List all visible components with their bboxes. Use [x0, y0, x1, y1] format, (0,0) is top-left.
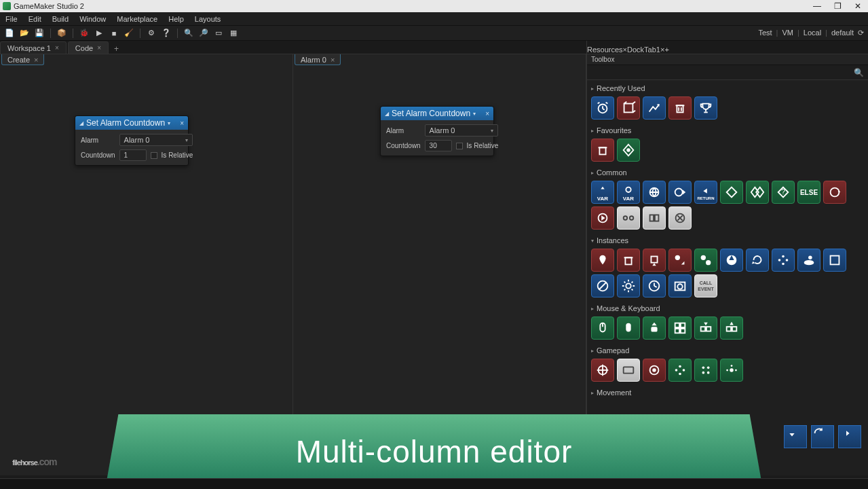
if-else-icon[interactable] — [746, 181, 769, 204]
editor-column-2[interactable]: Alarm 0× ◢ Set Alarm Countdown ▾ × Alarm… — [293, 54, 586, 475]
event-tab-create[interactable]: Create× — [1, 54, 44, 65]
menu-edit[interactable]: Edit — [29, 15, 41, 23]
close-icon[interactable]: × — [34, 56, 38, 64]
down-arrow-icon[interactable] — [784, 425, 807, 448]
add-tab-button[interactable]: + — [110, 44, 123, 54]
menu-window[interactable]: Window — [79, 15, 106, 23]
loop-icon[interactable] — [823, 181, 846, 204]
stick-icon[interactable] — [720, 359, 743, 382]
if-icon[interactable] — [720, 181, 743, 204]
destroy-icon[interactable] — [591, 139, 614, 162]
section-header-instances[interactable]: ▾Instances — [590, 235, 865, 246]
redo-icon[interactable] — [811, 425, 834, 448]
tab-code[interactable]: Code× — [68, 41, 109, 54]
collapse-icon[interactable]: ◢ — [79, 120, 83, 126]
wrap-icon[interactable] — [720, 249, 743, 272]
menu-layouts[interactable]: Layouts — [195, 15, 221, 23]
add-tab-button[interactable]: + — [664, 46, 668, 54]
scatter-icon[interactable] — [772, 249, 795, 272]
search-icon[interactable]: 🔍 — [854, 68, 864, 77]
mouse-click-icon[interactable] — [617, 316, 640, 340]
stop-icon[interactable]: ■ — [109, 28, 119, 39]
sync-icon[interactable]: ⟳ — [858, 29, 864, 37]
node-set-alarm-countdown[interactable]: ◢ Set Alarm Countdown ▾ × Alarm Alarm 0▾… — [75, 115, 189, 166]
global-set-icon[interactable] — [668, 181, 692, 204]
zoom-out-icon[interactable]: 🔍 — [183, 28, 194, 39]
status-local[interactable]: Local — [804, 29, 821, 37]
zoom-in-icon[interactable]: 🔎 — [198, 28, 209, 39]
instance-exists-icon[interactable] — [694, 249, 717, 272]
create-instance-icon[interactable] — [591, 249, 614, 272]
dpad-icon[interactable] — [668, 359, 692, 382]
save-icon[interactable]: 💾 — [34, 28, 45, 39]
section-header-common[interactable]: ▸Common — [590, 167, 865, 178]
bounce-icon[interactable] — [797, 249, 820, 272]
tab-docktab1[interactable]: DockTab1× — [627, 46, 664, 54]
target-icon[interactable] — [643, 359, 666, 382]
branch-icon[interactable] — [643, 96, 666, 120]
call-event-icon[interactable]: CALL EVENT — [694, 274, 717, 297]
grid-icon[interactable] — [668, 316, 692, 340]
close-icon[interactable]: × — [97, 44, 101, 52]
crosshair-icon[interactable] — [591, 359, 614, 382]
countdown-value[interactable]: 30 — [425, 140, 452, 151]
editor-column-1[interactable]: Create× ◢ Set Alarm Countdown ▾ × Alarm … — [0, 54, 293, 475]
menu-marketplace[interactable]: Marketplace — [117, 15, 157, 23]
run-icon[interactable]: ▶ — [94, 28, 105, 39]
open-icon[interactable]: 📂 — [19, 28, 30, 39]
menu-build[interactable]: Build — [52, 15, 69, 23]
global-var-icon[interactable] — [643, 181, 666, 204]
create-instance-icon[interactable] — [617, 139, 640, 162]
close-icon[interactable]: × — [485, 110, 489, 117]
alarm-icon[interactable] — [591, 96, 614, 120]
dropdown-icon[interactable]: ▾ — [168, 120, 170, 126]
trophy-icon[interactable] — [694, 96, 717, 120]
menu-file[interactable]: File — [5, 15, 18, 23]
debug-icon[interactable]: 🐞 — [79, 28, 90, 39]
destroy-at-icon[interactable] — [643, 249, 666, 272]
grid-icon[interactable]: ▦ — [228, 28, 239, 39]
set-var-icon[interactable]: VAR — [591, 181, 614, 204]
exit-icon[interactable] — [668, 206, 692, 230]
clean-icon[interactable]: 🧹 — [124, 28, 134, 39]
maximize-button[interactable]: ❐ — [827, 0, 848, 12]
destroy-icon[interactable] — [668, 96, 692, 120]
tab-resources[interactable]: Resources× — [587, 46, 627, 54]
close-icon[interactable]: × — [55, 44, 59, 52]
section-header-favourites[interactable]: ▸Favourites — [590, 125, 865, 136]
node-set-alarm-countdown[interactable]: ◢ Set Alarm Countdown ▾ × Alarm Alarm 0▾… — [380, 106, 494, 156]
get-var-icon[interactable]: VAR — [617, 181, 640, 204]
countdown-value[interactable]: 1 — [119, 149, 147, 161]
if-question-icon[interactable]: ? — [772, 181, 795, 204]
dropdown-icon[interactable]: ▾ — [473, 111, 476, 117]
slash-icon[interactable] — [591, 274, 614, 297]
return-icon[interactable]: RETURN — [694, 181, 717, 204]
schedule-icon[interactable] — [668, 274, 692, 297]
square-icon[interactable] — [823, 249, 846, 272]
target-icon[interactable]: ⚙ — [146, 28, 157, 39]
status-test[interactable]: Test — [758, 29, 772, 37]
section-header-gamepad[interactable]: ▸Gamepad — [590, 345, 865, 356]
clock-icon[interactable] — [643, 274, 666, 297]
section-header-movement[interactable]: ▸Movement — [590, 387, 865, 398]
grid-up-icon[interactable] — [720, 316, 743, 340]
mouse-icon[interactable] — [591, 316, 614, 340]
new-icon[interactable]: 📄 — [4, 28, 15, 39]
forward-icon[interactable] — [838, 425, 861, 448]
collapse-icon[interactable]: ◢ — [385, 111, 389, 117]
section-header-mouse-keyboard[interactable]: ▸Mouse & Keyboard — [590, 303, 865, 314]
rotate-icon[interactable] — [746, 249, 769, 272]
is-relative-checkbox[interactable] — [456, 143, 463, 149]
status-vm[interactable]: VM — [782, 29, 793, 37]
else-block-icon[interactable]: ELSE — [797, 181, 820, 204]
help-icon[interactable]: ❔ — [161, 28, 172, 39]
close-icon[interactable]: × — [331, 56, 335, 64]
event-tab-alarm0[interactable]: Alarm 0× — [295, 54, 341, 65]
close-icon[interactable]: × — [180, 120, 184, 127]
gear-icon[interactable] — [617, 274, 640, 297]
section-header-recent[interactable]: ▸Recently Used — [590, 83, 865, 94]
menu-help[interactable]: Help — [168, 15, 184, 23]
status-default[interactable]: default — [831, 29, 854, 37]
buttons-icon[interactable] — [694, 359, 717, 382]
comment-icon[interactable] — [617, 206, 640, 230]
